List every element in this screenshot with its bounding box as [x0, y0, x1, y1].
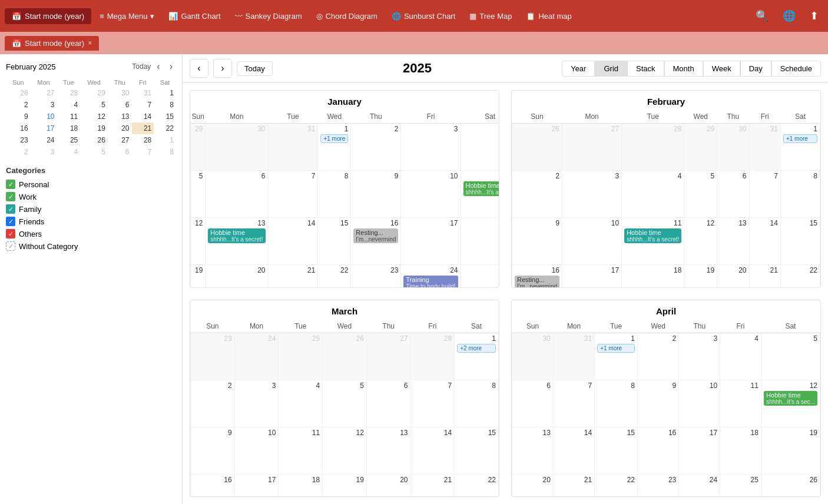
mini-cal-day[interactable]: 13 — [108, 111, 132, 122]
month-day-cell[interactable]: 7 — [268, 171, 318, 218]
category-checkbox[interactable]: ✓ — [6, 192, 15, 201]
event-pill[interactable]: Hobbie timeshhhh...It's a sec... — [764, 391, 817, 406]
category-checkbox[interactable]: ✓ — [6, 217, 15, 226]
tree-map-button[interactable]: ▦ Tree Map — [463, 8, 518, 24]
month-day-cell[interactable]: 20 — [366, 474, 410, 497]
mini-cal-day[interactable]: 3 — [31, 146, 57, 158]
month-day-cell[interactable]: 27 — [366, 333, 410, 380]
month-day-cell[interactable]: 7 — [749, 171, 780, 218]
month-day-cell[interactable]: 8 — [455, 380, 499, 427]
mini-cal-day[interactable]: 2 — [6, 99, 31, 111]
cal-today-button[interactable]: Today — [237, 61, 273, 76]
month-day-cell[interactable]: 20 — [717, 265, 749, 288]
category-checkbox[interactable]: ✓ — [6, 180, 15, 189]
mini-cal-day[interactable]: 25 — [57, 134, 80, 146]
month-day-cell[interactable]: 15 — [595, 427, 638, 474]
month-day-cell[interactable]: 12Hobbie timeshhhh...It's a sec... — [761, 380, 820, 427]
month-day-cell[interactable]: 10 — [679, 380, 720, 427]
event-pill[interactable]: +1 more — [320, 134, 348, 143]
category-item[interactable]: ✓Work — [6, 192, 176, 201]
month-day-cell[interactable]: 5 — [761, 333, 820, 380]
month-day-cell[interactable]: 16Resting...I'm...nevermind — [512, 265, 562, 288]
month-day-cell[interactable]: 14 — [410, 427, 455, 474]
month-day-cell[interactable]: 27 — [562, 124, 622, 171]
mini-cal-day[interactable]: 17 — [31, 122, 57, 134]
month-day-cell[interactable]: 22 — [595, 474, 638, 497]
mini-cal-day[interactable]: 4 — [57, 146, 80, 158]
cal-prev-button[interactable]: ‹ — [190, 59, 208, 78]
sankey-diagram-button[interactable]: 〰 Sankey Diagram — [229, 8, 308, 24]
month-day-cell[interactable]: 13 — [717, 218, 749, 265]
month-day-cell[interactable]: 8 — [318, 171, 351, 218]
event-pill[interactable]: +1 more — [597, 344, 635, 353]
month-day-cell[interactable]: 12 — [191, 218, 206, 265]
event-pill[interactable]: Hobbie timeshhhh...It's a secret! — [624, 228, 681, 243]
month-day-cell[interactable]: 11 — [720, 380, 761, 427]
mini-today-button[interactable]: Today — [132, 62, 151, 71]
month-day-cell[interactable]: 8 — [595, 380, 638, 427]
view-btn-schedule[interactable]: Schedule — [771, 61, 821, 77]
month-day-cell[interactable]: 19 — [323, 474, 367, 497]
month-day-cell[interactable]: 6 — [717, 171, 749, 218]
start-mode-button[interactable]: 📅 Start mode (year) — [5, 8, 91, 24]
month-day-cell[interactable]: 31 — [268, 124, 318, 171]
mini-cal-day[interactable]: 20 — [108, 122, 132, 134]
month-day-cell[interactable]: 7 — [553, 380, 594, 427]
month-day-cell[interactable]: 9 — [638, 380, 679, 427]
event-pill[interactable]: +2 more — [457, 344, 496, 353]
mini-cal-day[interactable]: 18 — [57, 122, 80, 134]
month-day-cell[interactable]: 19 — [684, 265, 717, 288]
mini-cal-day[interactable]: 14 — [132, 111, 154, 122]
mini-cal-day[interactable]: 15 — [154, 111, 176, 122]
month-day-cell[interactable]: 17 — [234, 474, 279, 497]
mini-cal-day[interactable]: 12 — [80, 111, 108, 122]
month-day-cell[interactable]: 1+1 more — [780, 124, 820, 171]
mini-cal-day[interactable]: 28 — [57, 87, 80, 99]
month-day-cell[interactable]: 6 — [512, 380, 554, 427]
view-btn-year[interactable]: Year — [562, 61, 595, 77]
mini-cal-day[interactable]: 7 — [132, 99, 154, 111]
month-day-cell[interactable]: 4 — [720, 333, 761, 380]
month-day-cell[interactable]: 18 — [461, 218, 499, 265]
share-button[interactable]: ⬆ — [805, 7, 823, 25]
chord-diagram-button[interactable]: ◎ Chord Diagram — [310, 8, 383, 24]
view-btn-month[interactable]: Month — [664, 61, 703, 77]
month-day-cell[interactable]: 16 — [638, 427, 679, 474]
month-day-cell[interactable]: 25 — [720, 474, 761, 497]
mini-cal-day[interactable]: 8 — [154, 146, 176, 158]
mini-cal-day[interactable]: 2 — [6, 146, 31, 158]
month-day-cell[interactable]: 21 — [553, 474, 594, 497]
month-day-cell[interactable]: 3 — [679, 333, 720, 380]
month-day-cell[interactable]: 16 — [191, 474, 235, 497]
month-day-cell[interactable]: 19 — [191, 265, 206, 288]
month-day-cell[interactable]: 13 — [366, 427, 410, 474]
mini-cal-day[interactable]: 1 — [154, 87, 176, 99]
month-day-cell[interactable]: 3 — [234, 380, 279, 427]
mega-menu-button[interactable]: ≡ Mega Menu ▾ — [94, 8, 160, 24]
sunburst-chart-button[interactable]: 🌐 Sunburst Chart — [386, 8, 461, 24]
tab-close-button[interactable]: × — [88, 39, 92, 47]
month-day-cell[interactable]: 29 — [684, 124, 717, 171]
category-checkbox[interactable]: ✓ — [6, 229, 15, 238]
month-day-cell[interactable]: 17 — [401, 218, 461, 265]
gantt-chart-button[interactable]: 📊 Gantt Chart — [163, 8, 226, 24]
month-day-cell[interactable]: 14 — [553, 427, 594, 474]
month-day-cell[interactable]: 30 — [512, 333, 554, 380]
month-day-cell[interactable]: 24 — [234, 333, 279, 380]
cal-next-button[interactable]: › — [213, 59, 232, 78]
month-day-cell[interactable]: 30 — [717, 124, 749, 171]
month-day-cell[interactable]: 29 — [191, 124, 206, 171]
month-day-cell[interactable]: 22 — [318, 265, 351, 288]
month-day-cell[interactable]: 2 — [512, 171, 562, 218]
mini-cal-day[interactable]: 10 — [31, 111, 57, 122]
month-day-cell[interactable]: 18 — [720, 427, 761, 474]
month-day-cell[interactable]: 5 — [191, 171, 206, 218]
month-day-cell[interactable]: 23 — [191, 333, 235, 380]
month-day-cell[interactable]: 11Hobbie timeshhhh...It's a sec... — [461, 171, 499, 218]
month-day-cell[interactable]: 28 — [410, 333, 455, 380]
month-day-cell[interactable]: 1+1 more — [318, 124, 351, 171]
mini-cal-day[interactable]: 27 — [31, 87, 57, 99]
month-day-cell[interactable]: 6 — [366, 380, 410, 427]
month-day-cell[interactable]: 2 — [638, 333, 679, 380]
mini-cal-day[interactable]: 8 — [154, 99, 176, 111]
